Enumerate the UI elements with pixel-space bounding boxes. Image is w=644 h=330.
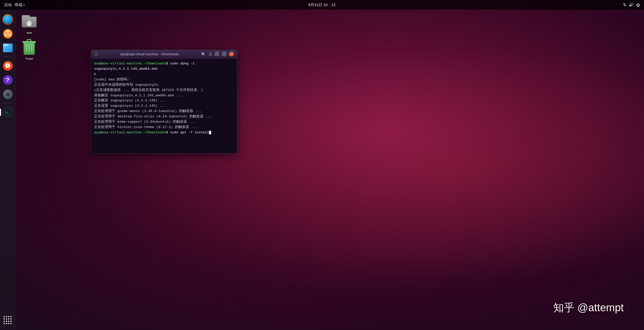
ubuntu-icon <box>3 29 13 39</box>
terminal-cursor <box>209 131 211 134</box>
home-icon-label: aaa <box>25 30 33 35</box>
terminal-search-button[interactable]: 🔍 <box>200 51 206 57</box>
terminal-minimize-button[interactable]: – <box>215 51 220 57</box>
svg-point-3 <box>9 34 11 36</box>
dock-item-files[interactable] <box>2 42 14 54</box>
dock-item-firefox[interactable] <box>2 13 14 26</box>
titlebar-terminal-icon: ⬛ <box>94 52 99 57</box>
grid-dot <box>8 321 9 322</box>
dock-separator-2 <box>3 103 12 103</box>
terminal-menu-label: 终端 <box>15 3 22 7</box>
trash-line <box>31 44 32 52</box>
grid-dot <box>4 316 5 317</box>
help-icon: ? <box>3 75 13 85</box>
desktop-icon-trash[interactable]: Trash <box>18 39 41 61</box>
top-bar: 活动 终端 ▾ 8月31日 10：12 ⇅ 🔊 ⏻ <box>0 0 644 10</box>
ubuntu-logo-svg <box>5 30 11 37</box>
terminal-window: ⬛ aaa@aaa-virtual-machine: ~/Downloads 🔍… <box>91 50 237 154</box>
power-icon[interactable]: ⏻ <box>636 3 640 7</box>
terminal-line: 准备解压 sogoupinyin_4.2.1.145_amd64.deb ... <box>94 93 234 98</box>
desktop-icons: aaa Trash <box>18 13 41 61</box>
grid-dot <box>8 316 9 317</box>
folder-home-symbol <box>26 20 32 26</box>
desktop-icon-home[interactable]: aaa <box>18 13 41 35</box>
grid-dot <box>10 318 12 320</box>
svg-line-5 <box>8 32 9 35</box>
watermark: 知乎 @attempt <box>553 301 624 315</box>
terminal-icon: >_ <box>3 107 13 117</box>
terminal-menu-arrow: ▾ <box>23 4 25 6</box>
show-apps-icon <box>3 315 13 325</box>
dock-item-software[interactable]: 🅐 <box>2 60 14 72</box>
trash-body <box>24 42 35 55</box>
files-icon <box>3 44 13 52</box>
terminal-line: 正在处理用于 hicolor-icon-theme (0.17-2) 的触发器 … <box>94 125 234 130</box>
dock-item-terminal[interactable]: >_ <box>2 106 14 119</box>
top-bar-right: ⇅ 🔊 ⏻ <box>623 3 640 7</box>
terminal-close-button[interactable]: ✕ <box>229 51 234 57</box>
terminal-line: aaa@aaa-virtual-machine:~/Downloads$ sud… <box>94 130 234 135</box>
grid-dot <box>6 318 7 320</box>
home-folder-icon <box>22 14 36 27</box>
firefox-icon <box>3 14 13 25</box>
terminal-line: aaa@aaa-virtual-machine:~/Downloads$ sud… <box>94 61 234 72</box>
grid-dot <box>8 318 9 320</box>
trash-icon-label: Trash <box>24 57 34 61</box>
dock-item-settings[interactable]: ⚙ <box>2 88 14 101</box>
terminal-line: b <box>94 72 234 77</box>
software-center-icon: 🅐 <box>3 61 13 71</box>
activities-button[interactable]: 活动 <box>4 3 12 7</box>
titlebar-title: aaa@aaa-virtual-machine: ~/Downloads <box>101 52 198 56</box>
titlebar-controls: 🔍 ☰ – □ ✕ <box>200 51 234 57</box>
settings-icon: ⚙ <box>3 89 13 99</box>
terminal-menu-button[interactable]: ☰ <box>208 51 213 57</box>
trash-image <box>21 39 37 55</box>
trash-lines <box>24 42 35 52</box>
volume-icon[interactable]: 🔊 <box>629 3 634 7</box>
home-folder-image <box>21 13 37 29</box>
terminal-line: 正在选中未选择的软件包 sogoupinyin。 <box>94 82 234 88</box>
dock-item-help[interactable]: ? <box>2 74 14 86</box>
network-icon[interactable]: ⇅ <box>623 3 626 7</box>
grid-dot <box>4 318 5 320</box>
top-bar-datetime: 8月31日 10：12 <box>308 3 336 7</box>
grid-dot <box>10 323 12 324</box>
svg-line-4 <box>6 32 8 35</box>
dock: 🅐 ? ⚙ >_ <box>0 10 16 330</box>
terminal-line: 正在处理用于 desktop-file-utils (0.24-1ubuntu3… <box>94 114 234 119</box>
dock-item-ubuntu[interactable] <box>2 27 14 40</box>
terminal-line: 正在处理用于 gnome-menus (3.36.0-1ubuntu1) 的触发… <box>94 109 234 114</box>
svg-point-2 <box>5 34 6 36</box>
terminal-line: 正在处理用于 mime-support (3.64ubuntu1) 的触发器 .… <box>94 119 234 125</box>
grid-dot <box>10 316 12 317</box>
terminal-line: 正在解压 sogoupinyin (4.2.1.145) ... <box>94 98 234 103</box>
grid-dot <box>6 321 7 322</box>
grid-dot <box>6 323 7 324</box>
dock-bottom <box>2 314 14 330</box>
terminal-line: [sudo] aaa 的密码： <box>94 77 234 82</box>
terminal-menu[interactable]: 终端 ▾ <box>15 3 25 7</box>
grid-dot <box>10 321 12 322</box>
grid-dot <box>4 321 5 322</box>
grid-dot <box>8 323 9 324</box>
system-icons: ⇅ 🔊 ⏻ <box>623 3 640 7</box>
terminal-maximize-button[interactable]: □ <box>222 51 227 57</box>
terminal-titlebar: ⬛ aaa@aaa-virtual-machine: ~/Downloads 🔍… <box>91 50 237 59</box>
terminal-content[interactable]: aaa@aaa-virtual-machine:~/Downloads$ sud… <box>91 59 237 153</box>
trash-line <box>26 44 27 52</box>
terminal-line: (正在读取数据库 ... 系统当前共安装有 187124 个文件和目录。) <box>94 88 234 93</box>
folder-body <box>22 17 36 27</box>
grid-dots <box>4 316 12 324</box>
dock-separator-1 <box>3 57 12 57</box>
top-bar-left: 活动 终端 ▾ <box>4 3 25 7</box>
trash-icon <box>22 39 36 55</box>
trash-line <box>29 44 29 52</box>
terminal-line: 正在设置 sogoupinyin (4.2.1.145) ... <box>94 103 234 109</box>
svg-point-1 <box>7 31 9 32</box>
grid-dot <box>4 323 5 324</box>
dock-item-show-apps[interactable] <box>2 314 14 326</box>
grid-dot <box>6 316 7 317</box>
